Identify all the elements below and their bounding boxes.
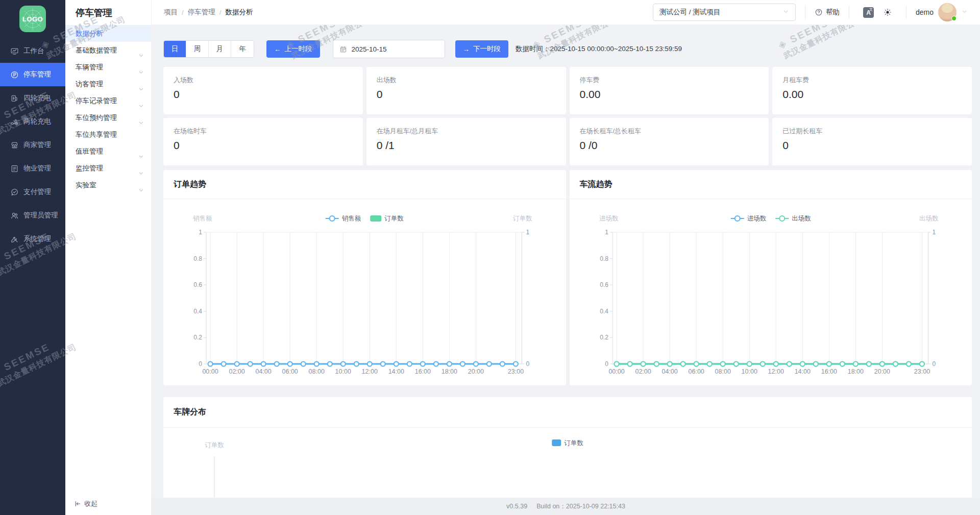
sidebar-item-dashboard[interactable]: 工作台: [0, 39, 65, 63]
data-time-range: 数据时间：2025-10-15 00:00:00~2025-10-15 23:5…: [516, 44, 682, 54]
period-tab[interactable]: 日: [164, 41, 186, 57]
breadcrumb-separator: /: [219, 9, 222, 16]
prev-period-button[interactable]: ← 上一时段: [266, 40, 320, 58]
submenu-item[interactable]: 车位共享管理: [65, 126, 151, 143]
sidebar-item-property[interactable]: 物业管理: [0, 157, 65, 180]
breadcrumb-item[interactable]: 项目: [164, 8, 178, 17]
sidebar-item-parking[interactable]: 停车管理: [0, 63, 65, 86]
module-title: 停车管理: [65, 0, 151, 25]
svg-text:0: 0: [199, 360, 202, 367]
submenu-item[interactable]: 车位预约管理: [65, 109, 151, 126]
svg-text:1: 1: [932, 229, 936, 236]
period-tab[interactable]: 周: [186, 41, 209, 57]
submenu-item[interactable]: 停车记录管理: [65, 92, 151, 109]
language-toggle-button[interactable]: A文: [863, 7, 874, 18]
sidebar-item-label: 工作台: [23, 46, 44, 56]
arrow-left-icon: ←: [274, 45, 281, 53]
bike-charge-icon: [10, 117, 19, 126]
divider: [805, 6, 805, 19]
submenu-item[interactable]: 车辆管理: [65, 59, 151, 76]
period-tab[interactable]: 年: [231, 41, 254, 57]
submenu-item[interactable]: 数据分析: [65, 25, 151, 42]
submenu-item-label: 实验室: [76, 177, 96, 193]
user-menu[interactable]: demo: [916, 3, 968, 21]
svg-text:订单数: 订单数: [513, 215, 532, 222]
project-select[interactable]: 测试公司 / 测试项目: [653, 4, 796, 21]
svg-text:06:00: 06:00: [688, 368, 704, 375]
submenu-item-label: 访客管理: [76, 76, 103, 92]
submenu-item[interactable]: 监控管理: [65, 160, 151, 177]
stat-card: 月租车费0.00: [772, 67, 972, 114]
topbar-right: 测试公司 / 测试项目 帮助 A文: [653, 3, 968, 21]
svg-text:18:00: 18:00: [442, 368, 457, 375]
project-select-value: 测试公司 / 测试项目: [659, 8, 720, 17]
order-trend-chart: 销售额订单数销售额订单数00.20.40.60.810100:0002:0004…: [163, 199, 566, 385]
username: demo: [916, 8, 934, 16]
sidebar-item-admin[interactable]: 管理员管理: [0, 204, 65, 227]
chevron-down-icon: [782, 8, 789, 16]
sidebar-item-label: 商家管理: [23, 140, 51, 150]
svg-text:销售额: 销售额: [193, 215, 212, 222]
collapse-icon: [74, 500, 81, 507]
submenu-item[interactable]: 基础数据管理: [65, 42, 151, 59]
build-info: Build on：2025-10-09 22:15:43: [536, 502, 625, 511]
stat-label: 已过期长租车: [782, 127, 962, 136]
svg-text:16:00: 16:00: [415, 368, 431, 375]
svg-text:08:00: 08:00: [309, 368, 325, 375]
stat-value: 0 /0: [580, 139, 759, 152]
stat-value: 0.00: [580, 88, 759, 101]
svg-text:0.8: 0.8: [193, 255, 202, 262]
submenu-item-label: 车位共享管理: [76, 126, 117, 143]
sidebar-item-bike-charge[interactable]: 两轮充电: [0, 110, 65, 133]
svg-text:1: 1: [526, 229, 529, 236]
help-button[interactable]: 帮助: [815, 8, 840, 17]
chevron-down-icon: [138, 165, 144, 171]
chevron-down-icon: [138, 182, 144, 188]
breadcrumb-separator: /: [182, 9, 184, 16]
panel-title: 车流趋势: [580, 179, 612, 190]
question-circle-icon: [815, 8, 823, 16]
submenu-item[interactable]: 访客管理: [65, 76, 151, 92]
sidebar-item-label: 物业管理: [23, 164, 51, 173]
submenu-item[interactable]: 值班管理: [65, 143, 151, 160]
app-logo[interactable]: LOGO: [19, 6, 46, 32]
charts-row: 订单趋势 销售额订单数销售额订单数00.20.40.60.810100:0002…: [163, 170, 972, 385]
theme-toggle-button[interactable]: [883, 8, 892, 17]
filter-toolbar: 日周月年 ← 上一时段 2025-10-15 → 下一时段 数据时间：2025-…: [163, 40, 972, 58]
svg-text:12:00: 12:00: [362, 368, 378, 375]
submenu-item[interactable]: 实验室: [65, 177, 151, 193]
main-area: 项目/停车管理/数据分析 测试公司 / 测试项目 帮助 A文: [152, 0, 980, 515]
svg-text:12:00: 12:00: [768, 368, 783, 375]
breadcrumb-item[interactable]: 停车管理: [188, 8, 215, 17]
svg-text:20:00: 20:00: [874, 368, 890, 375]
avatar: [938, 3, 957, 21]
sidebar-item-car-charge[interactable]: 四轮充电: [0, 86, 65, 110]
traffic-trend-panel: 车流趋势 进场数出场数进场数出场数00.20.40.60.810100:0002…: [570, 170, 972, 385]
sidebar-item-system[interactable]: 系统管理: [0, 227, 65, 251]
svg-text:16:00: 16:00: [821, 368, 837, 375]
stat-label: 在场长租车/总长租车: [580, 127, 759, 136]
svg-text:0.2: 0.2: [600, 334, 608, 341]
chevron-down-icon: [138, 98, 144, 104]
submenu-item-label: 值班管理: [76, 143, 103, 160]
stat-value: 0: [782, 139, 962, 152]
topbar: 项目/停车管理/数据分析 测试公司 / 测试项目 帮助 A文: [152, 0, 980, 25]
dashboard-icon: [10, 47, 19, 56]
period-tab[interactable]: 月: [209, 41, 231, 57]
chevron-down-icon: [138, 115, 144, 120]
svg-text:订单数: 订单数: [564, 439, 583, 447]
svg-text:1: 1: [199, 229, 202, 236]
svg-text:出场数: 出场数: [919, 215, 938, 222]
svg-text:0: 0: [605, 360, 608, 367]
collapse-sidebar-button[interactable]: 收起: [74, 499, 97, 508]
svg-text:10:00: 10:00: [335, 368, 351, 375]
svg-text:销售额: 销售额: [342, 215, 361, 222]
sidebar-item-payment[interactable]: 支付管理: [0, 180, 65, 204]
chevron-down-icon: [138, 47, 144, 53]
period-segmented-control: 日周月年: [163, 40, 254, 58]
next-period-button[interactable]: → 下一时段: [455, 40, 509, 58]
breadcrumb-item: 数据分析: [226, 8, 253, 17]
date-picker-input[interactable]: 2025-10-15: [333, 40, 445, 58]
svg-text:00:00: 00:00: [608, 368, 624, 375]
sidebar-item-merchant[interactable]: 商家管理: [0, 133, 65, 157]
